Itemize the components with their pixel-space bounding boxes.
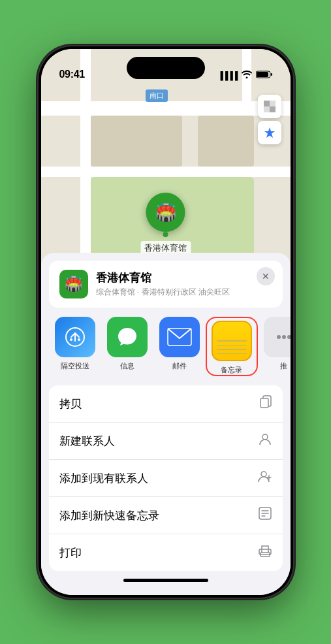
venue-pin: 🏟️ 香港体育馆 bbox=[140, 193, 191, 255]
home-indicator bbox=[123, 579, 208, 582]
action-list: 拷贝 新建联系人 添加到现有联系人 bbox=[49, 385, 283, 571]
svg-rect-6 bbox=[270, 106, 276, 112]
share-item-mail[interactable]: 邮件 bbox=[153, 317, 206, 376]
notes-label: 备忘录 bbox=[221, 365, 242, 375]
airdrop-label: 隔空投送 bbox=[61, 361, 89, 371]
airdrop-icon bbox=[55, 317, 95, 357]
map-north-label: 南口 bbox=[146, 89, 168, 102]
action-copy-label: 拷贝 bbox=[59, 396, 82, 411]
pin-circle: 🏟️ bbox=[146, 193, 185, 232]
svg-point-12 bbox=[277, 335, 281, 339]
share-item-airdrop[interactable]: 隔空投送 bbox=[49, 317, 101, 376]
notes-line2 bbox=[217, 345, 247, 346]
phone-inner: 09:41 ▐▐▐▐ 南口 bbox=[41, 49, 291, 595]
venue-icon: 🏟️ bbox=[59, 270, 88, 298]
venue-info-card: 🏟️ 香港体育馆 综合体育馆 · 香港特别行政区 油尖旺区 ✕ bbox=[49, 261, 283, 308]
notes-line3 bbox=[217, 349, 247, 350]
svg-point-9 bbox=[78, 338, 80, 341]
svg-point-16 bbox=[262, 434, 268, 440]
action-copy[interactable]: 拷贝 bbox=[49, 385, 283, 423]
print-icon bbox=[258, 543, 272, 562]
action-add-existing-label: 添加到现有联系人 bbox=[59, 471, 148, 486]
svg-rect-2 bbox=[271, 73, 272, 76]
action-print-label: 打印 bbox=[59, 545, 82, 560]
svg-rect-15 bbox=[260, 398, 268, 408]
svg-rect-4 bbox=[270, 101, 276, 106]
map-block2 bbox=[198, 116, 254, 167]
venue-name: 香港体育馆 bbox=[96, 270, 230, 285]
svg-rect-5 bbox=[264, 106, 270, 112]
more-label: 推 bbox=[280, 361, 287, 371]
share-item-messages[interactable]: 信息 bbox=[101, 317, 153, 376]
action-print[interactable]: 打印 bbox=[49, 534, 283, 571]
action-add-note[interactable]: 添加到新快速备忘录 bbox=[49, 497, 283, 534]
messages-icon bbox=[107, 317, 148, 357]
status-time: 09:41 bbox=[59, 69, 85, 80]
close-button[interactable]: ✕ bbox=[257, 267, 275, 285]
signal-icon: ▐▐▐▐ bbox=[217, 71, 237, 80]
map-block1 bbox=[91, 116, 182, 167]
svg-point-8 bbox=[70, 338, 72, 341]
notes-icon bbox=[212, 321, 252, 361]
map-road-h2 bbox=[41, 167, 291, 177]
action-add-note-label: 添加到新快速备忘录 bbox=[59, 508, 159, 523]
notes-line4 bbox=[217, 353, 247, 355]
map-road-h1 bbox=[41, 101, 291, 116]
location-button[interactable] bbox=[258, 121, 281, 144]
person-icon bbox=[258, 432, 272, 450]
bottom-sheet: 🏟️ 香港体育馆 综合体育馆 · 香港特别行政区 油尖旺区 ✕ 隔空投送 bbox=[41, 253, 291, 595]
action-add-existing[interactable]: 添加到现有联系人 bbox=[49, 460, 283, 497]
action-new-contact[interactable]: 新建联系人 bbox=[49, 423, 283, 460]
notes-line1 bbox=[217, 340, 247, 342]
messages-label: 信息 bbox=[120, 361, 134, 371]
notes-lines bbox=[217, 340, 247, 354]
mail-icon bbox=[159, 317, 200, 357]
more-icon bbox=[264, 317, 291, 357]
person-add-icon bbox=[258, 469, 272, 487]
share-item-notes[interactable]: 备忘录 bbox=[206, 317, 258, 376]
map-controls bbox=[258, 95, 281, 146]
svg-point-14 bbox=[287, 335, 291, 339]
svg-point-17 bbox=[261, 472, 266, 477]
status-icons: ▐▐▐▐ bbox=[217, 71, 272, 80]
svg-rect-3 bbox=[264, 101, 270, 106]
wifi-icon bbox=[242, 71, 252, 80]
svg-point-21 bbox=[268, 551, 269, 553]
svg-point-13 bbox=[282, 335, 286, 339]
map-type-button[interactable] bbox=[258, 95, 281, 118]
note-icon bbox=[258, 506, 272, 524]
share-item-more[interactable]: 推 bbox=[258, 317, 291, 376]
share-row: 隔空投送 信息 邮件 bbox=[41, 308, 291, 380]
venue-text: 香港体育馆 综合体育馆 · 香港特别行政区 油尖旺区 bbox=[96, 270, 230, 298]
dynamic-island bbox=[127, 57, 205, 79]
svg-rect-1 bbox=[257, 72, 268, 77]
venue-subtitle: 综合体育馆 · 香港特别行政区 油尖旺区 bbox=[96, 287, 230, 298]
battery-icon bbox=[256, 71, 272, 80]
action-new-contact-label: 新建联系人 bbox=[59, 434, 115, 449]
phone-frame: 09:41 ▐▐▐▐ 南口 bbox=[39, 46, 293, 598]
mail-label: 邮件 bbox=[172, 361, 187, 371]
copy-icon bbox=[258, 394, 272, 413]
